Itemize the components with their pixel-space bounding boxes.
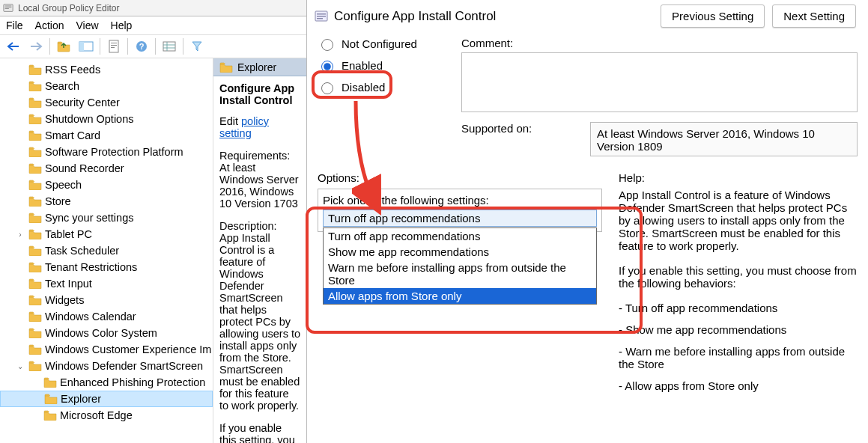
help-paragraph-1: App Install Control is a feature of Wind… <box>619 189 858 252</box>
detail-header: Explorer <box>213 58 306 76</box>
svg-rect-9 <box>111 47 115 48</box>
enable-text: If you enable this setting, you must cho… <box>219 422 300 443</box>
tree-item-shutdown-options[interactable]: Shutdown Options <box>0 111 213 127</box>
dialog-title: Configure App Install Control <box>334 9 655 24</box>
tree-item-speech[interactable]: Speech <box>0 177 213 193</box>
tree-item-label: Speech <box>45 179 82 191</box>
folder-icon <box>28 180 42 190</box>
help-bullet: - Show me app recommendations <box>619 323 858 336</box>
tree-item-windows-calendar[interactable]: Windows Calendar <box>0 308 213 325</box>
tree-item-software-protection-platform[interactable]: Software Protection Platform <box>0 144 213 160</box>
folder-icon <box>28 229 42 239</box>
folder-icon <box>44 394 58 404</box>
radio-not-configured-label: Not Configured <box>342 37 417 50</box>
combo-option[interactable]: Allow apps from Store only <box>324 288 596 304</box>
detail-edit-prefix: Edit <box>219 115 241 127</box>
gpedit-title: Local Group Policy Editor <box>18 3 119 13</box>
tree-item-rss-feeds[interactable]: RSS Feeds <box>0 61 213 78</box>
folder-icon <box>28 311 42 322</box>
help-button[interactable]: ? <box>133 38 151 55</box>
tree-item-label: Shutdown Options <box>45 113 134 125</box>
expander-icon[interactable]: › <box>15 230 25 239</box>
folder-icon <box>28 64 42 75</box>
radio-enabled[interactable]: Enabled <box>318 58 445 73</box>
next-setting-button[interactable]: Next Setting <box>772 4 856 28</box>
folder-icon <box>43 410 57 421</box>
radio-not-configured-input[interactable] <box>321 39 333 51</box>
option-combo[interactable]: Turn off app recommendations Turn off ap… <box>323 210 597 227</box>
folder-icon <box>28 295 42 305</box>
tree-item-tablet-pc[interactable]: ›Tablet PC <box>0 226 213 242</box>
tree-item-smart-card[interactable]: Smart Card <box>0 127 213 144</box>
tree-item-windows-customer-experience-im[interactable]: Windows Customer Experience Im <box>0 341 213 358</box>
tree-item-label: Software Protection Platform <box>45 146 183 158</box>
folder-icon <box>28 97 42 108</box>
tree-item-tenant-restrictions[interactable]: Tenant Restrictions <box>0 259 213 275</box>
combo-option[interactable]: Show me app recommendations <box>324 244 596 260</box>
svg-rect-16 <box>317 18 323 19</box>
tree-item-security-center[interactable]: Security Center <box>0 94 213 111</box>
svg-rect-2 <box>5 7 12 7</box>
tree-item-windows-color-system[interactable]: Windows Color System <box>0 325 213 341</box>
folder-icon <box>28 147 42 157</box>
folder-icon <box>28 213 42 223</box>
combo-option[interactable]: Warn me before installing apps from outs… <box>324 260 596 288</box>
policy-tree[interactable]: RSS FeedsSearchSecurity CenterShutdown O… <box>0 58 213 443</box>
folder-icon <box>28 278 42 289</box>
previous-setting-button[interactable]: Previous Setting <box>661 4 765 28</box>
tree-item-label: Widgets <box>45 294 84 306</box>
filter-button[interactable] <box>188 38 206 55</box>
help-label: Help: <box>619 171 858 184</box>
radio-disabled[interactable]: Disabled <box>318 80 445 94</box>
radio-disabled-input[interactable] <box>321 82 333 94</box>
gpedit-titlebar: Local Group Policy Editor <box>0 0 306 16</box>
menu-action[interactable]: Action <box>35 19 64 31</box>
gpedit-sys-icon <box>3 3 13 13</box>
menu-file[interactable]: File <box>6 19 23 31</box>
show-hide-tree-button[interactable] <box>77 38 95 55</box>
tree-item-sound-recorder[interactable]: Sound Recorder <box>0 160 213 177</box>
list-button[interactable] <box>160 38 178 55</box>
folder-icon <box>28 114 42 124</box>
tree-item-enhanced-phishing-protection[interactable]: Enhanced Phishing Protection <box>0 374 213 391</box>
combo-option[interactable]: Turn off app recommendations <box>324 228 596 244</box>
svg-rect-12 <box>163 42 175 51</box>
folder-icon <box>28 361 42 371</box>
policy-setting-dialog: Configure App Install Control Previous S… <box>307 0 868 443</box>
tree-item-sync-your-settings[interactable]: Sync your settings <box>0 210 213 226</box>
tree-item-label: Enhanced Phishing Protection <box>60 376 205 388</box>
tree-item-explorer[interactable]: Explorer <box>0 391 213 407</box>
forward-button[interactable] <box>27 38 45 55</box>
folder-icon <box>28 262 42 272</box>
svg-rect-14 <box>317 13 326 15</box>
tree-item-text-input[interactable]: Text Input <box>0 275 213 292</box>
tree-item-microsoft-edge[interactable]: Microsoft Edge <box>0 407 213 424</box>
option-combo-list[interactable]: Turn off app recommendationsShow me app … <box>323 227 597 305</box>
tree-item-store[interactable]: Store <box>0 193 213 210</box>
menu-view[interactable]: View <box>76 19 98 31</box>
comment-textarea[interactable] <box>461 52 858 112</box>
gpedit-toolbar: ? <box>0 35 306 58</box>
radio-enabled-input[interactable] <box>321 61 333 73</box>
tree-item-widgets[interactable]: Widgets <box>0 292 213 308</box>
dialog-icon <box>315 10 328 23</box>
properties-button[interactable] <box>105 38 123 55</box>
option-combo-selected[interactable]: Turn off app recommendations <box>323 210 597 227</box>
radio-enabled-label: Enabled <box>342 59 383 72</box>
up-button[interactable] <box>55 38 73 55</box>
menu-help[interactable]: Help <box>111 19 133 31</box>
tree-item-search[interactable]: Search <box>0 78 213 94</box>
expander-icon[interactable]: ⌄ <box>15 362 25 370</box>
svg-rect-1 <box>5 5 12 6</box>
folder-icon <box>28 163 42 174</box>
folder-icon <box>28 196 42 207</box>
comment-label: Comment: <box>461 37 858 49</box>
tree-item-label: Sound Recorder <box>45 162 124 174</box>
back-button[interactable] <box>4 38 22 55</box>
radio-not-configured[interactable]: Not Configured <box>318 37 445 51</box>
tree-item-label: Windows Defender SmartScreen <box>45 360 203 372</box>
folder-icon <box>28 81 42 91</box>
tree-item-label: Tenant Restrictions <box>45 261 137 273</box>
tree-item-windows-defender-smartscreen[interactable]: ⌄Windows Defender SmartScreen <box>0 358 213 374</box>
tree-item-task-scheduler[interactable]: Task Scheduler <box>0 242 213 259</box>
